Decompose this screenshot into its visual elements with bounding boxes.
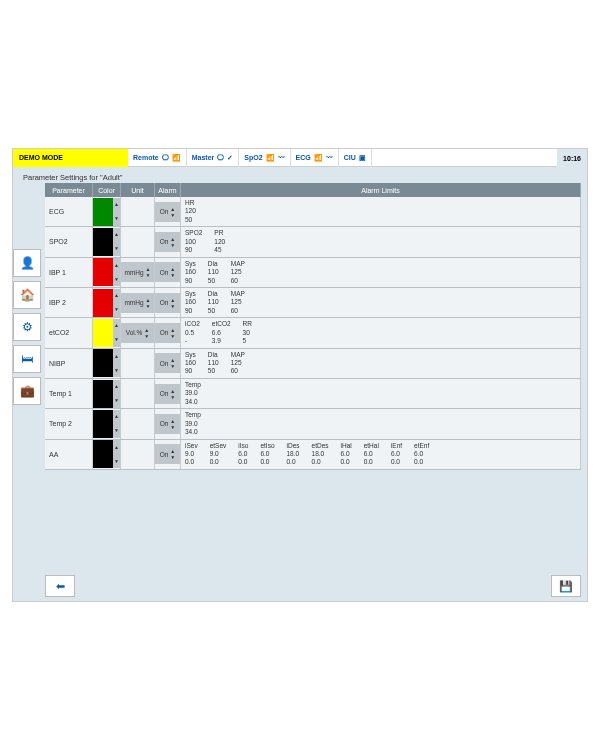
unit-cell (121, 379, 155, 408)
limit-column: MAP12560 (231, 290, 245, 315)
chevron-updown-icon: ▲▼ (113, 410, 120, 438)
limit-low: 0.0 (414, 458, 429, 466)
alarm-selector[interactable]: On▲▼ (155, 414, 180, 434)
color-selector[interactable]: ▲▼ (93, 227, 121, 256)
limit-header: Dia (208, 290, 219, 298)
alarm-cell: On▲▼ (155, 440, 181, 469)
color-selector[interactable]: ▲▼ (93, 379, 121, 408)
param-label: ECG (45, 197, 93, 226)
limit-high: 120 (185, 207, 196, 215)
limit-low: 34.0 (185, 428, 201, 436)
limit-high: 125 (231, 268, 245, 276)
status-item-remote[interactable]: Remote🖵📶 (128, 149, 187, 167)
status-item-master[interactable]: Master🖵✓ (187, 149, 240, 167)
alarm-cell: On▲▼ (155, 409, 181, 438)
back-button[interactable]: ⬅ (45, 575, 75, 597)
limit-column: MAP12560 (231, 260, 245, 285)
limit-low: 0.0 (260, 458, 274, 466)
limit-low: 34.0 (185, 398, 201, 406)
arrow-left-icon: ⬅ (56, 580, 65, 593)
limit-column: etDes18.00.0 (312, 442, 329, 467)
signal-icon: 📶 (314, 154, 323, 162)
table-row: Temp 2▲▼On▲▼Temp39.034.0 (45, 409, 581, 439)
limit-high: 9.0 (210, 450, 227, 458)
alarm-limits[interactable]: HR12050 (181, 197, 581, 226)
unit-cell: mmHg ▲▼ (121, 258, 155, 287)
unit-selector[interactable]: mmHg ▲▼ (121, 293, 154, 313)
alarm-selector[interactable]: On▲▼ (155, 232, 180, 252)
chevron-updown-icon: ▲▼ (170, 418, 175, 430)
unit-selector[interactable]: Vol.% ▲▼ (121, 323, 154, 343)
unit-selector[interactable]: mmHg ▲▼ (121, 262, 154, 282)
box-icon: ▣ (359, 154, 366, 162)
limit-column: Dia11050 (208, 351, 219, 376)
chevron-updown-icon: ▲▼ (144, 327, 149, 339)
limit-header: PR (214, 229, 225, 237)
limit-column: PR12045 (214, 229, 225, 254)
status-bar: Remote🖵📶Master🖵✓SpO2📶〰ECG📶〰CIU▣ (128, 149, 557, 167)
alarm-limits[interactable]: Sys16090Dia11050MAP12560 (181, 349, 581, 378)
color-selector[interactable]: ▲▼ (93, 409, 121, 438)
limit-header: Dia (208, 260, 219, 268)
alarm-limits[interactable]: Sys16090Dia11050MAP12560 (181, 258, 581, 287)
sidebar-gear-icon[interactable]: ⚙ (13, 313, 41, 341)
status-item-spo2[interactable]: SpO2📶〰 (239, 149, 290, 167)
limit-low: 90 (185, 277, 196, 285)
sidebar-case-icon[interactable]: 💼 (13, 377, 41, 405)
color-selector[interactable]: ▲▼ (93, 258, 121, 287)
color-selector[interactable]: ▲▼ (93, 197, 121, 226)
alarm-label: On (160, 299, 169, 306)
limit-header: Sys (185, 290, 196, 298)
limit-high: 110 (208, 298, 219, 306)
chevron-updown-icon: ▲▼ (113, 198, 120, 226)
limit-high: 160 (185, 359, 196, 367)
sidebar-home-icon[interactable]: 🏠 (13, 281, 41, 309)
limit-column: Temp39.034.0 (185, 411, 201, 436)
color-selector[interactable]: ▲▼ (93, 440, 121, 469)
limit-high: 30 (243, 329, 252, 337)
limit-high: 6.0 (238, 450, 248, 458)
unit-cell (121, 349, 155, 378)
app-window: DEMO MODE Remote🖵📶Master🖵✓SpO2📶〰ECG📶〰CIU… (12, 148, 588, 602)
color-selector[interactable]: ▲▼ (93, 288, 121, 317)
alarm-selector[interactable]: On▲▼ (155, 353, 180, 373)
alarm-limits[interactable]: SPO210090PR12045 (181, 227, 581, 256)
alarm-limits[interactable]: Temp39.034.0 (181, 379, 581, 408)
alarm-limits[interactable]: Sys16090Dia11050MAP12560 (181, 288, 581, 317)
limit-high: 125 (231, 298, 245, 306)
alarm-selector[interactable]: On▲▼ (155, 262, 180, 282)
param-label: AA (45, 440, 93, 469)
alarm-selector[interactable]: On▲▼ (155, 293, 180, 313)
limit-column: Dia11050 (208, 290, 219, 315)
table-row: AA▲▼On▲▼iSev9.00.0etSev9.00.0iIso6.00.0e… (45, 440, 581, 470)
limit-column: RR305 (243, 320, 252, 345)
limit-header: etEnf (414, 442, 429, 450)
sidebar-patient-icon[interactable]: 👤 (13, 249, 41, 277)
th-alarm: Alarm (155, 183, 181, 197)
limit-high: 125 (231, 359, 245, 367)
limit-header: Dia (208, 351, 219, 359)
color-selector[interactable]: ▲▼ (93, 318, 121, 347)
alarm-selector[interactable]: On▲▼ (155, 384, 180, 404)
chevron-updown-icon: ▲▼ (113, 228, 120, 256)
status-item-ecg[interactable]: ECG📶〰 (291, 149, 339, 167)
limit-column: Sys16090 (185, 290, 196, 315)
status-label: Remote (133, 154, 159, 161)
alarm-cell: On▲▼ (155, 197, 181, 226)
limit-high: 39.0 (185, 389, 201, 397)
save-button[interactable]: 💾 (551, 575, 581, 597)
limit-header: etCO2 (212, 320, 231, 328)
alarm-limits[interactable]: iSev9.00.0etSev9.00.0iIso6.00.0etIso6.00… (181, 440, 581, 469)
limit-low: 60 (231, 277, 245, 285)
alarm-selector[interactable]: On▲▼ (155, 323, 180, 343)
limit-header: Sys (185, 260, 196, 268)
sidebar-bed-icon[interactable]: 🛏 (13, 345, 41, 373)
alarm-selector[interactable]: On▲▼ (155, 444, 180, 464)
alarm-limits[interactable]: iCO20.5-etCO26.63.9RR305 (181, 318, 581, 347)
alarm-limits[interactable]: Temp39.034.0 (181, 409, 581, 438)
status-item-ciu[interactable]: CIU▣ (339, 149, 372, 167)
param-label: NIBP (45, 349, 93, 378)
alarm-selector[interactable]: On▲▼ (155, 202, 180, 222)
alarm-label: On (160, 451, 169, 458)
color-selector[interactable]: ▲▼ (93, 349, 121, 378)
